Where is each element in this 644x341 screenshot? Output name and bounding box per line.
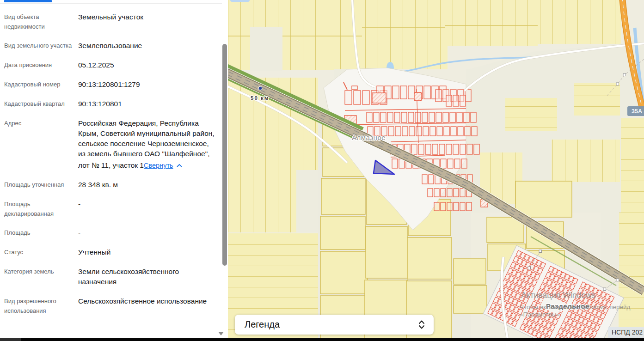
field-label: Площадь уточненная <box>4 180 78 190</box>
panel-scrollbar-thumb[interactable] <box>222 44 227 266</box>
field-value: 28 348 кв. м <box>78 180 218 190</box>
attribute-row: Кадастровый номер90:13:120801:1279 <box>4 79 218 90</box>
town-label-razdelnoye: Раздельное <box>546 302 589 310</box>
taskbar-strip-left <box>0 338 21 341</box>
road-shield-label: 35А <box>632 108 642 115</box>
attribute-row: АдресРоссийская Федерация, Республика Кр… <box>4 118 218 170</box>
field-label: Статус <box>4 247 78 257</box>
field-value: Сельскохозяйственное использование <box>78 296 218 316</box>
panel-divider <box>0 3 222 4</box>
field-value: Земли сельскохозяйственного назначения <box>78 267 218 287</box>
field-label: Вид объекта недвижимости <box>4 12 78 31</box>
field-label: Площадь декларированная <box>4 199 78 219</box>
map-canvas[interactable]: 50 км Алмазное Раздельное 35А <box>228 0 644 341</box>
field-value: Землепользование <box>78 41 218 51</box>
field-value: - <box>78 199 218 219</box>
attribute-list: Вид объекта недвижимостиЗемельный участо… <box>4 12 218 325</box>
active-tab-indicator[interactable] <box>4 0 52 2</box>
field-label: Кадастровый номер <box>4 79 78 90</box>
attribute-row: Площадь декларированная- <box>4 199 218 219</box>
km-marker-label: 50 км <box>251 95 269 101</box>
attribute-row: Дата присвоения05.12.2025 <box>4 60 218 70</box>
field-label: Вид разрешенного использования <box>4 296 78 316</box>
field-label: Адрес <box>4 118 78 170</box>
cadastral-map[interactable]: 50 км Алмазное Раздельное 35А <box>228 0 644 341</box>
attribute-row: Площадь уточненная28 348 кв. м <box>4 180 218 190</box>
collapse-address-link[interactable]: Свернуть <box>144 160 182 170</box>
field-value: Российская Федерация, Республика Крым, С… <box>78 118 218 170</box>
attribute-row: Кадастровый квартал90:13:120801 <box>4 99 218 109</box>
attribute-row: Категория земельЗемли сельскохозяйственн… <box>4 267 218 287</box>
field-value: 05.12.2025 <box>78 60 218 70</box>
field-label: Вид земельного участка <box>4 41 78 51</box>
field-value: Учтенный <box>78 247 218 257</box>
legend-bar[interactable]: Легенда <box>235 315 434 335</box>
taskbar-strip <box>0 338 644 341</box>
attribute-row: Площадь- <box>4 228 218 238</box>
town-label-almaznoye: Алмазное <box>352 134 386 141</box>
field-label: Дата присвоения <box>4 60 78 70</box>
field-value: - <box>78 228 218 238</box>
field-value: 90:13:120801 <box>78 99 218 109</box>
chevron-up-icon <box>177 164 182 167</box>
map-control-partial[interactable] <box>230 0 250 2</box>
legend-title: Легенда <box>245 319 280 330</box>
field-value: Земельный участок <box>78 12 218 31</box>
attribute-row: Вид объекта недвижимостиЗемельный участо… <box>4 12 218 31</box>
road-shield-35a: 35А <box>627 106 644 116</box>
field-label: Категория земель <box>4 267 78 287</box>
legend-expand-icon[interactable] <box>418 319 425 330</box>
attribute-row: СтатусУчтенный <box>4 247 218 257</box>
attribute-row: Вид земельного участкаЗемлепользование <box>4 41 218 51</box>
attribute-row: Вид разрешенного использованияСельскохоз… <box>4 296 218 316</box>
field-label: Площадь <box>4 228 78 238</box>
info-panel: Вид объекта недвижимостиЗемельный участо… <box>0 0 222 338</box>
scroll-down-arrow-icon[interactable] <box>218 332 224 335</box>
field-value: 90:13:120801:1279 <box>78 79 218 90</box>
field-label: Кадастровый квартал <box>4 99 78 109</box>
map-attribution: НСПД 202 <box>608 327 644 338</box>
